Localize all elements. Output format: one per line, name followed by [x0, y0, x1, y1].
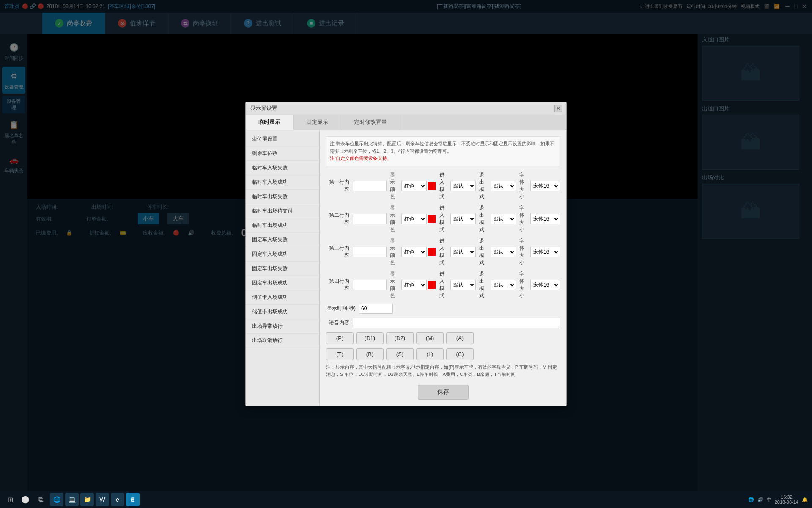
menu-item-temp-exit-fail[interactable]: 临时车出场失败 [246, 190, 319, 204]
menu-item-stored-entry-success[interactable]: 储值卡入场成功 [246, 290, 319, 305]
row2-exit-mode-label: 退出模式 [479, 204, 487, 233]
menu-item-temp-exit-pending[interactable]: 临时车出场待支付 [246, 204, 319, 218]
row4-font-select[interactable]: 宋体16 [530, 280, 560, 290]
row3-enter-mode-select[interactable]: 默认 [450, 247, 476, 257]
taskbar-right: 🌐 🔊 中 16:32 2018-08-14 🔔 [748, 494, 808, 505]
row3-color-select[interactable]: 红色 [401, 247, 427, 257]
param-btn-T[interactable]: (T) [326, 348, 354, 360]
save-button[interactable]: 保存 [418, 385, 469, 400]
menu-item-fixed-exit-success[interactable]: 固定车出场成功 [246, 276, 319, 290]
row1-content-input[interactable] [353, 181, 387, 191]
row4-font-size-label: 字体大小 [519, 271, 527, 299]
row2-font-select[interactable]: 宋体16 [530, 214, 560, 224]
dialog-overlay: 显示屏设置 ✕ 临时显示 固定显示 定时修改置量 余位屏设置 剩余车位数 临时车… [0, 0, 812, 508]
note-red-text: 注:自定义颜色需要设备支持。 [330, 156, 392, 161]
row4-exit-mode-select[interactable]: 默认 [491, 280, 516, 290]
row4-color-select[interactable]: 红色 [401, 280, 427, 290]
row3-color-swatch [428, 248, 436, 256]
dialog-left-menu: 余位屏设置 剩余车位数 临时车入场失败 临时车入场成功 临时车出场失败 临时车出… [246, 130, 320, 406]
menu-item-temp-entry-fail[interactable]: 临时车入场失败 [246, 161, 319, 175]
param-btn-C[interactable]: (C) [446, 348, 474, 360]
dialog-right-content: 注:剩余车位显示出此特殊、配置后，剩余车位信息会常驻显示，不受临时显示和固定显示… [320, 130, 566, 406]
ime-icon: 中 [767, 497, 771, 503]
time-display: 16:32 [775, 494, 798, 500]
search-button[interactable]: ⚪ [19, 494, 31, 505]
row2-exit-mode-select[interactable]: 默认 [491, 214, 516, 224]
row1-exit-mode-label: 退出模式 [479, 171, 487, 200]
taskbar-app-word[interactable]: W [96, 493, 109, 506]
row1-font-select[interactable]: 宋体16 [530, 181, 560, 191]
row3-exit-mode-select[interactable]: 默认 [491, 247, 516, 257]
notification-icon[interactable]: 🔔 [802, 497, 808, 502]
param-btn-P[interactable]: (P) [326, 332, 354, 344]
dialog-close-button[interactable]: ✕ [554, 105, 562, 112]
param-btn-B[interactable]: (B) [356, 348, 384, 360]
taskbar-app-explorer[interactable]: 📁 [80, 493, 94, 506]
tab-timed-change[interactable]: 定时修改置量 [341, 115, 400, 130]
row3-content-input[interactable] [353, 247, 387, 257]
row1-label: 第一行内容 [326, 179, 349, 193]
menu-item-temp-exit-success[interactable]: 临时车出场成功 [246, 218, 319, 233]
row3-font-select[interactable]: 宋体16 [530, 247, 560, 257]
taskbar-clock: 16:32 2018-08-14 [775, 494, 798, 505]
param-btn-D1[interactable]: (D1) [356, 332, 384, 344]
form-row-2: 第二行内容 显示颜色 红色 进入模式 默认 退出模式 [326, 204, 560, 233]
taskbar-app-app1[interactable]: 🖥 [126, 493, 140, 506]
taskbar-app-vs[interactable]: 💻 [65, 493, 79, 506]
param-btn-A[interactable]: (A) [446, 332, 474, 344]
dialog-body: 余位屏设置 剩余车位数 临时车入场失败 临时车入场成功 临时车出场失败 临时车出… [246, 130, 566, 406]
menu-item-temp-entry-success[interactable]: 临时车入场成功 [246, 175, 319, 190]
row1-color-swatch [428, 182, 436, 190]
row3-exit-mode-label: 退出模式 [479, 237, 487, 266]
menu-item-fixed-exit-fail[interactable]: 固定车出场失败 [246, 262, 319, 276]
voice-label: 语音内容 [326, 319, 349, 326]
note-bottom: 注：显示内容，其中大括号配粗显示字母,显示指定内容，如{P}表示车牌，有效的字母… [326, 364, 560, 378]
row1-enter-mode-label: 进入模式 [439, 171, 447, 200]
row4-label: 第四行内容 [326, 278, 349, 292]
row4-enter-mode-select[interactable]: 默认 [450, 280, 476, 290]
menu-item-exit-cancel[interactable]: 出场取消放行 [246, 334, 319, 348]
row2-color-label: 显示颜色 [390, 204, 398, 233]
tab-temp-display[interactable]: 临时显示 [246, 115, 294, 130]
dialog-tabs: 临时显示 固定显示 定时修改置量 [246, 115, 566, 130]
menu-item-vacancy-screen[interactable]: 余位屏设置 [246, 132, 319, 146]
param-btn-L[interactable]: (L) [416, 348, 444, 360]
taskbar-app-chrome[interactable]: 🌐 [50, 493, 63, 506]
param-btn-S[interactable]: (S) [386, 348, 414, 360]
row1-color-group: 红色 [401, 181, 436, 191]
row4-color-group: 红色 [401, 280, 436, 290]
menu-item-fixed-entry-success[interactable]: 固定车入场成功 [246, 247, 319, 262]
form-row-4: 第四行内容 显示颜色 红色 进入模式 默认 退出模式 [326, 271, 560, 299]
menu-item-exit-abnormal[interactable]: 出场异常放行 [246, 319, 319, 334]
sound-taskbar-icon: 🔊 [757, 497, 763, 502]
row3-font-size-label: 字体大小 [519, 237, 527, 266]
row1-exit-mode-select[interactable]: 默认 [491, 181, 516, 191]
row2-color-group: 红色 [401, 214, 436, 224]
row3-color-label: 显示颜色 [390, 237, 398, 266]
start-button[interactable]: ⊞ [4, 494, 16, 505]
row4-exit-mode-label: 退出模式 [479, 271, 487, 299]
row2-enter-mode-select[interactable]: 默认 [450, 214, 476, 224]
voice-input[interactable] [353, 318, 560, 328]
row1-font-size-label: 字体大小 [519, 171, 527, 200]
menu-item-stored-exit-success[interactable]: 储值卡出场成功 [246, 305, 319, 319]
tab-fixed-display[interactable]: 固定显示 [294, 115, 341, 130]
display-settings-dialog: 显示屏设置 ✕ 临时显示 固定显示 定时修改置量 余位屏设置 剩余车位数 临时车… [245, 102, 567, 406]
row2-content-input[interactable] [353, 214, 387, 224]
row2-color-select[interactable]: 红色 [401, 214, 427, 224]
row1-enter-mode-select[interactable]: 默认 [450, 181, 476, 191]
duration-input[interactable] [359, 304, 393, 314]
row4-content-input[interactable] [353, 280, 387, 290]
row1-color-label: 显示颜色 [390, 171, 398, 200]
taskbar-app-ie[interactable]: e [111, 493, 124, 506]
param-btn-D2[interactable]: (D2) [386, 332, 414, 344]
row2-color-swatch [428, 215, 436, 223]
param-btn-M[interactable]: (M) [416, 332, 444, 344]
dialog-titlebar: 显示屏设置 ✕ [246, 102, 566, 115]
form-row-1: 第一行内容 显示颜色 红色 进入模式 默认 退出模式 [326, 171, 560, 200]
menu-item-remaining-spaces[interactable]: 剩余车位数 [246, 146, 319, 161]
task-view-button[interactable]: ⧉ [35, 494, 47, 505]
param-buttons-row2: (T) (B) (S) (L) (C) [326, 348, 560, 360]
row1-color-select[interactable]: 红色 [401, 181, 427, 191]
menu-item-fixed-entry-fail[interactable]: 固定车入场失败 [246, 233, 319, 247]
